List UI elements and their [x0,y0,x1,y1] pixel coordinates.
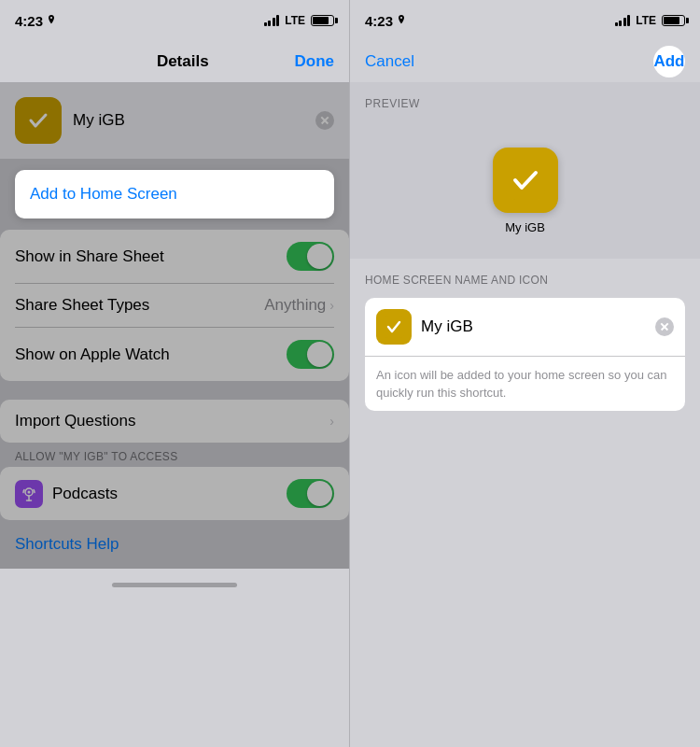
preview-app-icon [493,148,558,213]
home-desc-text: An icon will be added to your home scree… [376,368,666,400]
location-icon-right [397,15,406,26]
home-screen-section: HOME SCREEN NAME AND ICON An icon wi [350,259,700,411]
right-content: PREVIEW My iGB HOME SCREEN NAME AND ICON [350,82,700,747]
left-home-indicator [0,569,349,600]
right-battery-icon [662,15,685,26]
home-screen-header: HOME SCREEN NAME AND ICON [350,259,700,290]
preview-section: PREVIEW My iGB [350,82,700,259]
clear-home-name-button[interactable] [655,317,674,336]
add-home-label[interactable]: Add to Home Screen [30,185,177,203]
preview-app-name: My iGB [505,220,545,234]
home-icon-small [376,309,412,345]
home-name-row [365,298,685,357]
preview-icon-container: My iGB [365,129,685,244]
home-bar [112,583,237,587]
preview-checkmark-icon [506,161,545,200]
add-button[interactable]: Add [653,46,685,78]
right-lte-label: LTE [636,14,656,27]
right-signal-icon [615,15,631,26]
add-home-card[interactable]: Add to Home Screen [15,170,334,218]
right-time: 4:23 [365,13,406,29]
preview-header: PREVIEW [365,97,685,110]
lte-label: LTE [285,14,305,27]
location-icon [47,15,56,26]
left-status-icons: LTE [264,14,334,27]
home-name-card: An icon will be added to your home scree… [365,298,685,411]
right-panel: 4:23 LTE Cancel Add PREVIEW [350,0,700,747]
right-status-bar: 4:23 LTE [350,0,700,41]
signal-icon [264,15,280,26]
done-button[interactable]: Done [295,52,335,71]
home-name-input[interactable] [421,317,646,336]
svg-rect-5 [506,161,545,200]
left-nav-bar: Details Done [0,41,349,82]
left-status-bar: 4:23 LTE [0,0,349,41]
dim-overlay [0,82,349,569]
svg-rect-6 [383,316,405,338]
left-nav-title: Details [157,52,209,71]
cancel-button[interactable]: Cancel [365,52,414,71]
home-checkmark-icon [383,316,405,338]
right-nav-bar: Cancel Add [350,41,700,82]
right-status-icons: LTE [615,14,685,27]
left-panel: 4:23 LTE Details Done [0,0,350,747]
battery-icon [311,15,334,26]
left-time: 4:23 [15,13,56,29]
home-description: An icon will be added to your home scree… [365,357,685,411]
